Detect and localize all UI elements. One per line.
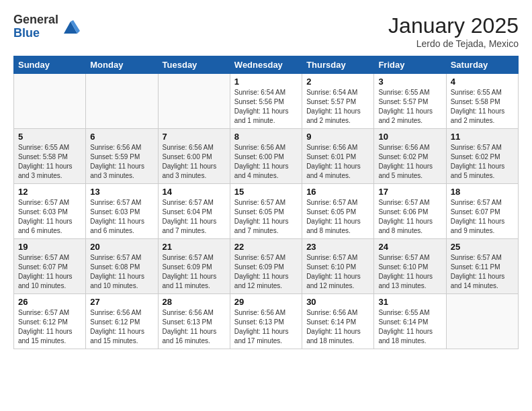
calendar-cell: 10Sunrise: 6:56 AM Sunset: 6:02 PM Dayli…	[374, 129, 446, 184]
calendar-cell: 20Sunrise: 6:57 AM Sunset: 6:08 PM Dayli…	[86, 239, 158, 294]
calendar-cell: 23Sunrise: 6:57 AM Sunset: 6:10 PM Dayli…	[302, 239, 374, 294]
day-number: 26	[18, 297, 81, 307]
day-number: 21	[163, 242, 226, 252]
month-title: January 2025	[388, 13, 519, 38]
day-info: Sunrise: 6:55 AM Sunset: 5:57 PM Dayligh…	[378, 88, 441, 126]
day-number: 18	[451, 187, 514, 197]
day-info: Sunrise: 6:57 AM Sunset: 6:04 PM Dayligh…	[163, 198, 226, 236]
calendar-cell	[14, 74, 86, 129]
day-info: Sunrise: 6:57 AM Sunset: 6:03 PM Dayligh…	[18, 198, 81, 236]
day-number: 3	[378, 77, 441, 87]
day-number: 13	[90, 187, 153, 197]
calendar-cell: 26Sunrise: 6:57 AM Sunset: 6:12 PM Dayli…	[14, 294, 86, 349]
day-info: Sunrise: 6:57 AM Sunset: 6:07 PM Dayligh…	[451, 198, 514, 236]
calendar-cell: 15Sunrise: 6:57 AM Sunset: 6:05 PM Dayli…	[230, 184, 302, 239]
day-info: Sunrise: 6:57 AM Sunset: 6:05 PM Dayligh…	[234, 198, 298, 236]
day-info: Sunrise: 6:57 AM Sunset: 6:09 PM Dayligh…	[163, 253, 226, 291]
calendar-week-4: 19Sunrise: 6:57 AM Sunset: 6:07 PM Dayli…	[14, 239, 519, 294]
calendar-week-5: 26Sunrise: 6:57 AM Sunset: 6:12 PM Dayli…	[14, 294, 519, 349]
logo-icon	[61, 17, 80, 36]
day-number: 19	[18, 242, 81, 252]
day-number: 9	[306, 132, 369, 142]
calendar-cell: 19Sunrise: 6:57 AM Sunset: 6:07 PM Dayli…	[14, 239, 86, 294]
calendar-cell: 1Sunrise: 6:54 AM Sunset: 5:56 PM Daylig…	[230, 74, 302, 129]
day-number: 11	[451, 132, 514, 142]
calendar-week-1: 1Sunrise: 6:54 AM Sunset: 5:56 PM Daylig…	[14, 74, 519, 129]
day-info: Sunrise: 6:57 AM Sunset: 6:08 PM Dayligh…	[90, 253, 153, 291]
day-number: 7	[163, 132, 226, 142]
day-info: Sunrise: 6:55 AM Sunset: 6:14 PM Dayligh…	[378, 308, 441, 346]
calendar-cell: 8Sunrise: 6:56 AM Sunset: 6:00 PM Daylig…	[230, 129, 302, 184]
calendar-cell: 4Sunrise: 6:55 AM Sunset: 5:58 PM Daylig…	[446, 74, 518, 129]
calendar-cell: 28Sunrise: 6:56 AM Sunset: 6:13 PM Dayli…	[158, 294, 230, 349]
calendar-cell: 14Sunrise: 6:57 AM Sunset: 6:04 PM Dayli…	[158, 184, 230, 239]
day-info: Sunrise: 6:57 AM Sunset: 6:02 PM Dayligh…	[451, 143, 514, 181]
day-info: Sunrise: 6:57 AM Sunset: 6:12 PM Dayligh…	[18, 308, 81, 346]
day-info: Sunrise: 6:56 AM Sunset: 6:00 PM Dayligh…	[234, 143, 298, 181]
day-info: Sunrise: 6:56 AM Sunset: 6:14 PM Dayligh…	[306, 308, 369, 346]
day-number: 4	[451, 77, 514, 87]
day-number: 10	[378, 132, 441, 142]
calendar-cell: 18Sunrise: 6:57 AM Sunset: 6:07 PM Dayli…	[446, 184, 518, 239]
day-number: 28	[163, 297, 226, 307]
day-number: 17	[378, 187, 441, 197]
calendar-cell: 6Sunrise: 6:56 AM Sunset: 5:59 PM Daylig…	[86, 129, 158, 184]
calendar-cell: 9Sunrise: 6:56 AM Sunset: 6:01 PM Daylig…	[302, 129, 374, 184]
calendar-week-3: 12Sunrise: 6:57 AM Sunset: 6:03 PM Dayli…	[14, 184, 519, 239]
day-info: Sunrise: 6:57 AM Sunset: 6:06 PM Dayligh…	[378, 198, 441, 236]
day-number: 15	[234, 187, 298, 197]
day-info: Sunrise: 6:56 AM Sunset: 6:00 PM Dayligh…	[163, 143, 226, 181]
day-info: Sunrise: 6:55 AM Sunset: 5:58 PM Dayligh…	[18, 143, 81, 181]
day-number: 27	[90, 297, 153, 307]
logo-blue: Blue	[13, 27, 58, 40]
day-number: 31	[378, 297, 441, 307]
weekday-header-friday: Friday	[374, 56, 446, 74]
calendar-table: SundayMondayTuesdayWednesdayThursdayFrid…	[13, 56, 519, 349]
calendar-week-2: 5Sunrise: 6:55 AM Sunset: 5:58 PM Daylig…	[14, 129, 519, 184]
logo: General Blue	[13, 13, 80, 40]
calendar-cell: 13Sunrise: 6:57 AM Sunset: 6:03 PM Dayli…	[86, 184, 158, 239]
weekday-header-tuesday: Tuesday	[158, 56, 230, 74]
day-info: Sunrise: 6:56 AM Sunset: 6:12 PM Dayligh…	[90, 308, 153, 346]
day-info: Sunrise: 6:54 AM Sunset: 5:56 PM Dayligh…	[234, 88, 298, 126]
day-info: Sunrise: 6:56 AM Sunset: 6:13 PM Dayligh…	[163, 308, 226, 346]
calendar-cell	[446, 294, 518, 349]
day-number: 22	[234, 242, 298, 252]
day-info: Sunrise: 6:55 AM Sunset: 5:58 PM Dayligh…	[451, 88, 514, 126]
calendar-cell: 21Sunrise: 6:57 AM Sunset: 6:09 PM Dayli…	[158, 239, 230, 294]
day-info: Sunrise: 6:54 AM Sunset: 5:57 PM Dayligh…	[306, 88, 369, 126]
day-info: Sunrise: 6:56 AM Sunset: 6:01 PM Dayligh…	[306, 143, 369, 181]
calendar-cell: 27Sunrise: 6:56 AM Sunset: 6:12 PM Dayli…	[86, 294, 158, 349]
day-info: Sunrise: 6:57 AM Sunset: 6:07 PM Dayligh…	[18, 253, 81, 291]
day-info: Sunrise: 6:56 AM Sunset: 5:59 PM Dayligh…	[90, 143, 153, 181]
day-number: 24	[378, 242, 441, 252]
calendar-cell: 7Sunrise: 6:56 AM Sunset: 6:00 PM Daylig…	[158, 129, 230, 184]
weekday-header-row: SundayMondayTuesdayWednesdayThursdayFrid…	[14, 56, 519, 74]
day-info: Sunrise: 6:57 AM Sunset: 6:09 PM Dayligh…	[234, 253, 298, 291]
calendar-cell	[158, 74, 230, 129]
day-number: 6	[90, 132, 153, 142]
weekday-header-sunday: Sunday	[14, 56, 86, 74]
day-number: 1	[234, 77, 298, 87]
day-info: Sunrise: 6:57 AM Sunset: 6:10 PM Dayligh…	[378, 253, 441, 291]
page-header: General Blue January 2025 Lerdo de Tejad…	[13, 13, 519, 49]
day-number: 2	[306, 77, 369, 87]
location: Lerdo de Tejada, Mexico	[388, 38, 519, 49]
day-number: 23	[306, 242, 369, 252]
day-info: Sunrise: 6:56 AM Sunset: 6:02 PM Dayligh…	[378, 143, 441, 181]
calendar-cell: 5Sunrise: 6:55 AM Sunset: 5:58 PM Daylig…	[14, 129, 86, 184]
day-number: 29	[234, 297, 298, 307]
calendar-cell: 24Sunrise: 6:57 AM Sunset: 6:10 PM Dayli…	[374, 239, 446, 294]
calendar-cell: 30Sunrise: 6:56 AM Sunset: 6:14 PM Dayli…	[302, 294, 374, 349]
day-info: Sunrise: 6:57 AM Sunset: 6:10 PM Dayligh…	[306, 253, 369, 291]
weekday-header-wednesday: Wednesday	[230, 56, 302, 74]
calendar-cell: 11Sunrise: 6:57 AM Sunset: 6:02 PM Dayli…	[446, 129, 518, 184]
day-info: Sunrise: 6:57 AM Sunset: 6:11 PM Dayligh…	[451, 253, 514, 291]
day-info: Sunrise: 6:57 AM Sunset: 6:05 PM Dayligh…	[306, 198, 369, 236]
day-number: 5	[18, 132, 81, 142]
day-info: Sunrise: 6:57 AM Sunset: 6:03 PM Dayligh…	[90, 198, 153, 236]
logo-general: General	[13, 13, 58, 27]
day-number: 12	[18, 187, 81, 197]
day-info: Sunrise: 6:56 AM Sunset: 6:13 PM Dayligh…	[234, 308, 298, 346]
calendar-cell: 17Sunrise: 6:57 AM Sunset: 6:06 PM Dayli…	[374, 184, 446, 239]
